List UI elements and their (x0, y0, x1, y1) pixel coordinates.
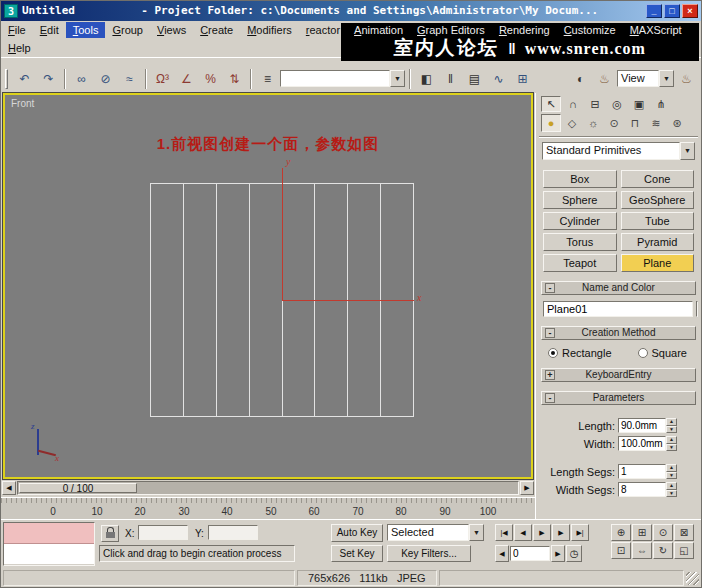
minimize-button[interactable]: _ (646, 4, 662, 18)
rollout-parameters[interactable]: - Parameters (541, 391, 696, 405)
viewport-label[interactable]: Front (11, 98, 34, 109)
set-key-button[interactable]: Set Key (331, 545, 383, 562)
tab-display-icon[interactable]: ▣ (629, 96, 649, 112)
spin-up-icon[interactable] (666, 482, 677, 490)
go-to-end-icon[interactable]: ▶| (571, 524, 589, 541)
time-slider-thumb[interactable]: 0 / 100 (19, 483, 137, 493)
rollout-creation-method[interactable]: - Creation Method (541, 326, 696, 340)
track-bar-ruler[interactable]: 0 10 20 30 40 50 60 70 80 90 100 (1, 497, 535, 519)
tab-hierarchy-icon[interactable]: ⊟ (585, 96, 605, 112)
layer-manager-icon[interactable]: ▤ (463, 68, 486, 89)
cylinder-button[interactable]: Cylinder (543, 212, 617, 230)
expand-icon[interactable]: + (545, 370, 555, 380)
render-type-dropdown[interactable]: View (617, 70, 674, 87)
selection-lock-icon[interactable] (101, 525, 119, 542)
menu-help[interactable]: Help (1, 40, 38, 56)
rollout-keyboard-entry[interactable]: + KeyboardEntry (541, 368, 696, 382)
pyramid-button[interactable]: Pyramid (621, 233, 695, 251)
redo-icon[interactable]: ↷ (37, 68, 60, 89)
menu-customize[interactable]: Customize (557, 22, 623, 38)
align-icon[interactable]: ‖ (439, 68, 462, 89)
arc-rotate-icon[interactable]: ↻ (653, 542, 673, 559)
time-configuration-icon[interactable]: ◷ (566, 545, 582, 562)
spin-down-icon[interactable] (666, 444, 677, 452)
listener-macro-row[interactable] (4, 523, 94, 544)
square-radio[interactable]: Square (638, 347, 687, 359)
menu-file[interactable]: File (1, 22, 33, 38)
length-input[interactable] (618, 418, 666, 433)
collapse-icon[interactable]: - (545, 393, 555, 403)
collapse-icon[interactable]: - (545, 328, 555, 338)
tab-motion-icon[interactable]: ◎ (607, 96, 627, 112)
undo-icon[interactable]: ↶ (13, 68, 36, 89)
width-spinner[interactable] (666, 436, 677, 451)
sphere-button[interactable]: Sphere (543, 191, 617, 209)
spin-down-icon[interactable] (666, 426, 677, 434)
width-segs-spinner[interactable] (666, 482, 677, 497)
current-frame-field[interactable] (510, 546, 550, 561)
min-max-toggle-icon[interactable]: ◱ (674, 542, 694, 559)
primitive-category-dropdown[interactable]: Standard Primitives (542, 142, 695, 160)
geosphere-button[interactable]: GeoSphere (621, 191, 695, 209)
zoom-extents-all-icon[interactable]: ⊠ (674, 524, 694, 541)
auto-key-button[interactable]: Auto Key (331, 524, 383, 542)
menu-rendering[interactable]: Rendering (492, 22, 557, 38)
category-cameras-icon[interactable]: ⊙ (604, 114, 624, 132)
rectangle-radio[interactable]: Rectangle (548, 347, 612, 359)
tab-modify-icon[interactable]: ∩ (563, 96, 583, 112)
menu-modifiers[interactable]: Modifiers (240, 22, 299, 38)
maxscript-mini-listener[interactable] (3, 522, 95, 566)
time-slider-left-arrow-icon[interactable]: ◀ (2, 481, 16, 495)
category-helpers-icon[interactable]: ⊓ (625, 114, 645, 132)
menu-create[interactable]: Create (193, 22, 240, 38)
zoom-icon[interactable]: ⊕ (611, 524, 631, 541)
width-input[interactable] (618, 436, 666, 451)
collapse-icon[interactable]: - (545, 283, 555, 293)
time-slider-track[interactable]: 0 / 100 (17, 481, 519, 495)
bind-to-space-warp-icon[interactable]: ≈ (118, 68, 141, 89)
torus-button[interactable]: Torus (543, 233, 617, 251)
viewport-front[interactable]: Front 1.前视图创建一个面，参数如图 y x (3, 93, 533, 479)
rollout-name-and-color[interactable]: - Name and Color (541, 281, 696, 295)
pan-icon[interactable]: ⇔ (632, 542, 652, 559)
close-button[interactable]: × (682, 4, 698, 18)
material-editor-icon[interactable]: ◐ (569, 68, 592, 89)
listener-script-row[interactable] (4, 544, 94, 564)
unlink-selection-icon[interactable]: ⊘ (94, 68, 117, 89)
dropdown-arrow-icon[interactable] (680, 142, 695, 160)
object-color-swatch[interactable] (696, 301, 698, 317)
schematic-view-icon[interactable]: ⊞ (511, 68, 534, 89)
category-systems-icon[interactable]: ⊛ (667, 114, 687, 132)
key-filters-button[interactable]: Key Filters... (387, 545, 471, 562)
resize-grip[interactable] (686, 572, 699, 585)
plane-button[interactable]: Plane (621, 254, 695, 272)
go-to-start-icon[interactable]: |◀ (495, 524, 513, 541)
percent-snap-icon[interactable]: % (199, 68, 222, 89)
curve-editor-icon[interactable]: ∿ (487, 68, 510, 89)
render-scene-icon[interactable]: ♨ (593, 68, 616, 89)
maximize-button[interactable]: □ (664, 4, 680, 18)
length-spinner[interactable] (666, 418, 677, 433)
tab-create-icon[interactable]: ↖ (541, 96, 561, 112)
mirror-icon[interactable]: ◧ (415, 68, 438, 89)
zoom-extents-icon[interactable]: ⊙ (653, 524, 673, 541)
named-selection-sets-input[interactable] (280, 70, 390, 87)
spinner-snap-icon[interactable]: ⇅ (223, 68, 246, 89)
length-segs-spinner[interactable] (666, 464, 677, 479)
next-frame-icon[interactable]: ▶ (552, 524, 570, 541)
menu-views[interactable]: Views (150, 22, 193, 38)
menu-edit[interactable]: Edit (33, 22, 66, 38)
y-coordinate-field[interactable] (208, 525, 258, 540)
spin-up-icon[interactable] (666, 418, 677, 426)
quick-render-icon[interactable]: ♨ (675, 68, 698, 89)
length-segs-input[interactable] (618, 464, 666, 479)
category-space-warps-icon[interactable]: ≋ (646, 114, 666, 132)
menu-reactor[interactable]: reactor (299, 22, 347, 38)
angle-snap-icon[interactable]: ∠ (175, 68, 198, 89)
spin-down-icon[interactable] (666, 472, 677, 480)
toolbar-grip[interactable] (5, 69, 8, 89)
category-shapes-icon[interactable]: ◇ (562, 114, 582, 132)
teapot-button[interactable]: Teapot (543, 254, 617, 272)
key-filter-set-dropdown[interactable]: Selected (387, 524, 484, 541)
dropdown-arrow-icon[interactable] (469, 524, 484, 541)
